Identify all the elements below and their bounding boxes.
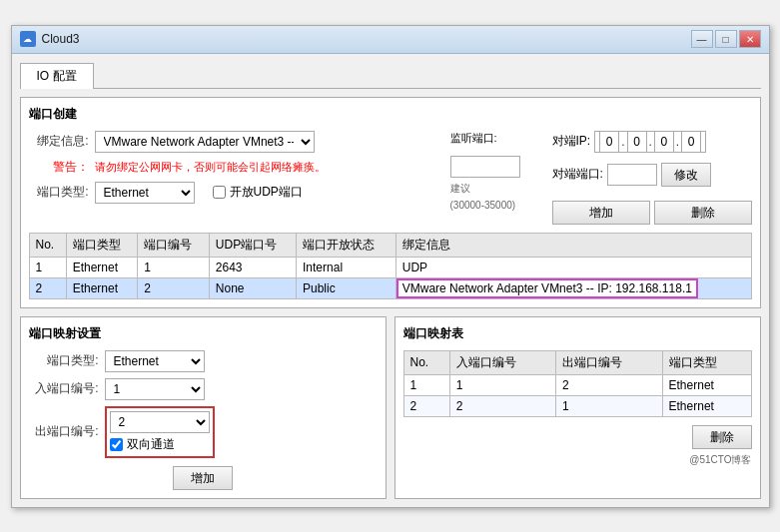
col-state: 端口开放状态 (297, 233, 396, 257)
udp-checkbox-row: 开放UDP端口 (213, 184, 303, 201)
port-mapping-title: 端口映射设置 (29, 325, 378, 342)
binding-select[interactable]: VMware Network Adapter VMnet3 -- IP: 192… (95, 131, 315, 153)
bidirectional-checkbox[interactable] (110, 438, 123, 451)
row2-port: 2 (138, 277, 210, 298)
delete-mapping-button[interactable]: 删除 (692, 425, 752, 449)
port-table: No. 端口类型 端口编号 UDP端口号 端口开放状态 绑定信息 1 Ether… (29, 233, 752, 299)
target-port-label: 对端端口: (552, 166, 603, 183)
map-table-row[interactable]: 2 2 1 Ethernet (403, 395, 751, 416)
port-creation-left: 绑定信息: VMware Network Adapter VMnet3 -- I… (29, 131, 438, 210)
modify-button[interactable]: 修改 (661, 163, 711, 187)
map-row1-out: 2 (556, 374, 662, 395)
map-row2-no: 2 (403, 395, 449, 416)
col-no: No. (29, 233, 66, 257)
listen-port-label: 监听端口: (450, 131, 497, 146)
title-bar: ☁ Cloud3 — □ ✕ (12, 26, 769, 54)
add-port-button[interactable]: 增加 (552, 201, 650, 225)
window-body: IO 配置 端口创建 绑定信息: VMware Network Adapter … (12, 54, 769, 507)
map-col-out: 出端口编号 (556, 350, 662, 374)
bidirectional-label: 双向通道 (127, 436, 175, 453)
main-window: ☁ Cloud3 — □ ✕ IO 配置 端口创建 绑定信息: VMwar (11, 25, 770, 508)
target-port-input[interactable]: 0 (607, 164, 657, 186)
warning-label: 警告： (29, 159, 89, 176)
add-mapping-button[interactable]: 增加 (173, 466, 233, 490)
out-port-select[interactable]: 2 (110, 411, 210, 433)
map-row1-type: Ethernet (662, 374, 751, 395)
col-port-num: 端口编号 (138, 233, 210, 257)
mapping-type-row: 端口类型: Ethernet (29, 350, 378, 372)
row2-type: Ethernet (66, 277, 138, 298)
title-bar-left: ☁ Cloud3 (20, 31, 80, 47)
out-port-row: 出端口编号: 2 双向通道 (29, 406, 378, 458)
binding-highlight-cell: VMware Network Adapter VMnet3 -- IP: 192… (396, 278, 698, 298)
mapping-add-row: 增加 (29, 466, 378, 490)
map-row1-no: 1 (403, 374, 449, 395)
row1-state: Internal (297, 257, 396, 277)
table-header-row: No. 端口类型 端口编号 UDP端口号 端口开放状态 绑定信息 (29, 233, 751, 257)
port-type-row: 端口类型: Ethernet 开放UDP端口 (29, 182, 438, 204)
ip-seg-4[interactable] (681, 131, 701, 153)
tab-io-config[interactable]: IO 配置 (20, 63, 94, 89)
in-port-row: 入端口编号: 1 (29, 378, 378, 400)
row2-state: Public (297, 277, 396, 298)
target-ip-box: . . . (594, 131, 706, 153)
add-delete-row: 增加 删除 (552, 201, 752, 225)
app-icon: ☁ (20, 31, 36, 47)
map-row2-out: 1 (556, 395, 662, 416)
out-port-highlight: 2 双向通道 (105, 406, 215, 458)
listen-port-input[interactable]: 30000 (450, 156, 520, 178)
row1-port: 1 (138, 257, 210, 277)
out-port-label: 出端口编号: (29, 423, 99, 440)
row1-binding: UDP (395, 257, 751, 277)
map-row2-type: Ethernet (662, 395, 751, 416)
port-type-select[interactable]: Ethernet (95, 182, 195, 204)
target-ip-label: 对端IP: (552, 133, 591, 150)
map-col-in: 入端口编号 (449, 350, 555, 374)
in-port-select[interactable]: 1 (105, 378, 205, 400)
tab-bar: IO 配置 (20, 62, 761, 89)
target-panel: 对端IP: . . . 对端端口: 0 (552, 131, 752, 225)
mapping-table: No. 入端口编号 出端口编号 端口类型 1 1 2 Ethernet (403, 350, 752, 417)
target-ip-row: 对端IP: . . . (552, 131, 752, 153)
port-type-label: 端口类型: (29, 184, 89, 201)
port-creation-section: 端口创建 绑定信息: VMware Network Adapter VMnet3… (20, 97, 761, 308)
table-row[interactable]: 1 Ethernet 1 2643 Internal UDP (29, 257, 751, 277)
restore-button[interactable]: □ (715, 30, 737, 48)
port-mapping-section: 端口映射设置 端口类型: Ethernet 入端口编号: 1 出端口编号: (20, 316, 387, 499)
window-title: Cloud3 (42, 32, 80, 46)
delete-port-button[interactable]: 删除 (654, 201, 752, 225)
row2-udp: None (209, 277, 296, 298)
close-button[interactable]: ✕ (739, 30, 761, 48)
bottom-sections: 端口映射设置 端口类型: Ethernet 入端口编号: 1 出端口编号: (20, 316, 761, 499)
mapping-delete-row: 删除 (403, 425, 752, 449)
mapping-type-label: 端口类型: (29, 352, 99, 369)
table-row[interactable]: 2 Ethernet 2 None Public VMware Network … (29, 277, 751, 298)
port-creation-title: 端口创建 (29, 106, 752, 123)
minimize-button[interactable]: — (691, 30, 713, 48)
row1-type: Ethernet (66, 257, 138, 277)
mapping-type-select[interactable]: Ethernet (105, 350, 205, 372)
mapping-table-title: 端口映射表 (403, 325, 752, 342)
udp-checkbox[interactable] (213, 186, 226, 199)
mapping-header-row: No. 入端口编号 出端口编号 端口类型 (403, 350, 751, 374)
map-row2-in: 2 (449, 395, 555, 416)
target-port-row: 对端端口: 0 修改 (552, 163, 752, 187)
ip-seg-3[interactable] (654, 131, 674, 153)
binding-label: 绑定信息: (29, 133, 89, 150)
listen-panel: 监听端口: 30000 建议 (30000-35000) (450, 131, 540, 211)
map-col-type: 端口类型 (662, 350, 751, 374)
suggestion-range: (30000-35000) (450, 200, 540, 211)
udp-checkbox-label: 开放UDP端口 (230, 184, 303, 201)
warning-text: 请勿绑定公网网卡，否则可能会引起网络瘫痪。 (95, 160, 326, 175)
suggestion-label: 建议 (450, 182, 540, 196)
ip-seg-2[interactable] (627, 131, 647, 153)
watermark: @51CTO博客 (403, 453, 752, 467)
binding-row: 绑定信息: VMware Network Adapter VMnet3 -- I… (29, 131, 438, 153)
row1-no: 1 (29, 257, 66, 277)
row2-no: 2 (29, 277, 66, 298)
map-col-no: No. (403, 350, 449, 374)
listen-port-row: 监听端口: (450, 131, 540, 146)
map-table-row[interactable]: 1 1 2 Ethernet (403, 374, 751, 395)
mapping-table-section: 端口映射表 No. 入端口编号 出端口编号 端口类型 1 1 (394, 316, 761, 499)
ip-seg-1[interactable] (599, 131, 619, 153)
